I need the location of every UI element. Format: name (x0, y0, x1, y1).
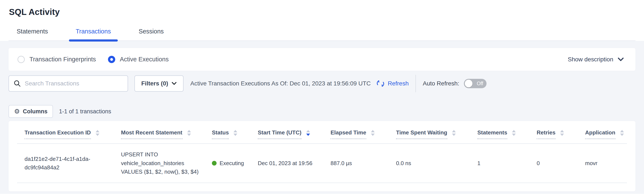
executing-status-dot-icon (212, 161, 216, 166)
refresh-icon (376, 79, 385, 88)
cell-transaction-execution-id[interactable]: da1f21e2-de71-4c1f-a1da-dc9fc94a84a2 (24, 155, 101, 172)
auto-refresh-control: Auto Refresh: Off (423, 79, 486, 88)
tab-statements[interactable]: Statements (16, 28, 49, 40)
table-toolbar: ⚙ Columns 1-1 of 1 transactions (8, 105, 636, 118)
column-header-statements: Statements (477, 130, 537, 139)
cell-start-time: Dec 01, 2023 at 19:56 (258, 159, 330, 168)
column-header-status: Status (212, 130, 258, 139)
search-icon (14, 80, 21, 87)
sort-arrows-icon[interactable] (620, 130, 624, 136)
sort-arrows-icon[interactable] (560, 130, 564, 136)
sort-arrows-icon-active-desc[interactable] (306, 130, 310, 136)
result-count: 1-1 of 1 transactions (59, 108, 111, 115)
columns-button-label: Columns (23, 108, 48, 115)
row-divider (17, 183, 627, 183)
column-header-most-recent-statement: Most Recent Statement (121, 130, 212, 139)
controls-row: Filters (0) Active Transaction Execution… (8, 75, 636, 92)
column-header-transaction-execution-id: Transaction Execution ID (24, 130, 121, 139)
view-mode-card: Transaction Fingerprints Active Executio… (8, 48, 636, 71)
radio-label: Transaction Fingerprints (30, 56, 96, 63)
show-description-label: Show description (568, 56, 613, 63)
page-title: SQL Activity (9, 7, 636, 17)
radio-unselected-icon[interactable] (18, 56, 25, 63)
toggle-state-label: Off (477, 81, 483, 86)
cell-status: Executing (212, 159, 258, 168)
column-header-application: Application (585, 130, 627, 139)
column-header-retries: Retries (537, 130, 585, 139)
content-area: Transaction Fingerprints Active Executio… (0, 41, 644, 194)
tab-sessions[interactable]: Sessions (138, 28, 165, 40)
sort-arrows-icon[interactable] (234, 130, 237, 136)
status-label: Executing (220, 159, 244, 168)
column-header-start-time: Start Time (UTC) (258, 130, 330, 139)
sort-arrows-icon[interactable] (512, 130, 516, 136)
view-mode-radio-group: Transaction Fingerprints Active Executio… (18, 56, 169, 63)
sql-activity-page: SQL Activity Statements Transactions Ses… (0, 0, 644, 196)
page-header: SQL Activity Statements Transactions Ses… (0, 0, 644, 41)
auto-refresh-label: Auto Refresh: (423, 80, 459, 87)
vertical-divider (416, 75, 416, 92)
radio-transaction-fingerprints[interactable]: Transaction Fingerprints (18, 56, 96, 63)
cell-elapsed-time: 887.0 µs (330, 159, 396, 168)
sort-arrows-icon[interactable] (371, 130, 375, 136)
search-input[interactable] (25, 80, 123, 87)
gear-icon: ⚙ (14, 108, 20, 115)
table-header-row: Transaction Execution ID Most Recent Sta… (8, 121, 636, 139)
columns-button[interactable]: ⚙ Columns (8, 105, 53, 118)
sort-arrows-icon[interactable] (96, 130, 100, 136)
cell-retries: 0 (537, 159, 585, 168)
search-box[interactable] (8, 75, 128, 92)
refresh-label: Refresh (388, 80, 409, 87)
refresh-button[interactable]: Refresh (376, 79, 409, 88)
radio-active-executions[interactable]: Active Executions (108, 56, 169, 63)
as-of-timestamp: Active Transaction Executions As Of: Dec… (190, 80, 371, 87)
transactions-table-card: Transaction Execution ID Most Recent Sta… (8, 121, 636, 191)
column-header-time-spent-waiting: Time Spent Waiting (396, 130, 477, 139)
filters-button[interactable]: Filters (0) (134, 75, 184, 92)
toggle-knob[interactable] (465, 80, 472, 87)
sort-arrows-icon[interactable] (187, 130, 191, 136)
tab-transactions[interactable]: Transactions (75, 28, 112, 40)
chevron-down-icon (618, 57, 624, 62)
cell-time-spent-waiting: 0.0 ns (396, 159, 477, 168)
auto-refresh-toggle[interactable]: Off (464, 79, 486, 88)
cell-most-recent-statement: UPSERT INTO vehicle_location_histories V… (121, 150, 210, 176)
radio-label: Active Executions (120, 56, 169, 63)
show-description-toggle[interactable]: Show description (568, 56, 624, 63)
radio-selected-icon[interactable] (108, 56, 115, 63)
filters-label: Filters (0) (141, 80, 168, 87)
sort-arrows-icon[interactable] (452, 130, 456, 136)
cell-statements: 1 (477, 159, 537, 168)
tabbar: Statements Transactions Sessions (8, 28, 636, 41)
table-row: da1f21e2-de71-4c1f-a1da-dc9fc94a84a2 UPS… (8, 144, 636, 183)
cell-application: movr (585, 159, 627, 168)
chevron-down-icon (172, 82, 177, 85)
column-header-elapsed-time: Elapsed Time (330, 130, 396, 139)
